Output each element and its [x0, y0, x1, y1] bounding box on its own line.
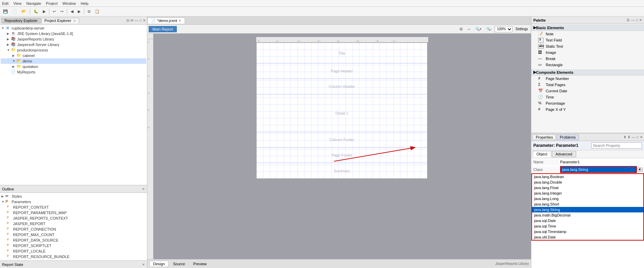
maximize-icon[interactable]: □: [139, 19, 141, 22]
outline-jasper-context[interactable]: P JASPER_REPORTS_CONTEXT: [1, 215, 146, 221]
class-selected-value[interactable]: java.lang.String: [560, 166, 637, 173]
tree-item-myreports[interactable]: 📄 MyReports: [1, 69, 146, 75]
option-sqldate[interactable]: java.sql.Date: [532, 218, 643, 223]
palette-time[interactable]: 🕐 Time: [531, 94, 644, 100]
toolbar-copy-btn[interactable]: ⧉: [86, 8, 92, 15]
menu-help[interactable]: Help: [80, 1, 88, 5]
properties-tab[interactable]: Properties: [533, 135, 556, 140]
close-icon[interactable]: ✕: [143, 19, 146, 22]
zoom-out-btn[interactable]: 🔍-: [485, 26, 493, 32]
report-state-close[interactable]: ✕: [142, 263, 145, 266]
toolbar-back-btn[interactable]: ◀: [69, 8, 75, 15]
option-utildate[interactable]: java.util.Date: [532, 234, 643, 240]
toolbar-run-btn[interactable]: ▶: [41, 8, 47, 15]
outline-report-conn[interactable]: P REPORT_CONNECTION: [1, 226, 146, 232]
tab-close-icon[interactable]: ✕: [178, 19, 181, 22]
canvas-area[interactable]: 0 ...1.... ...2.... ...3.... ...4.... ..…: [153, 34, 531, 259]
minimize-icon[interactable]: —: [135, 19, 138, 22]
props-minimize-icon[interactable]: —: [632, 135, 635, 139]
props-maximize-icon[interactable]: □: [636, 135, 639, 139]
outline-scriptlet[interactable]: P REPORT_SCRIPTLET: [1, 243, 146, 248]
menu-project[interactable]: Project: [46, 1, 58, 5]
option-long[interactable]: java.lang.Long: [532, 196, 643, 201]
tree-item-prodprocess[interactable]: ▼ 📁 productionprocess: [1, 47, 146, 53]
toolbar-paste-btn[interactable]: 📋: [93, 8, 101, 15]
advanced-subtab[interactable]: Advanced: [552, 151, 576, 157]
link-icon[interactable]: ⇌: [131, 19, 133, 22]
option-float[interactable]: java.lang.Float: [532, 185, 643, 190]
palette-statictext[interactable]: abc Static Text: [531, 43, 644, 49]
palette-total-pages[interactable]: Σ Total Pages: [531, 82, 644, 88]
outline-styles[interactable]: ▶ ✏ Styles: [1, 194, 146, 199]
option-sqltimestamp[interactable]: java.sql.Timestamp: [532, 229, 643, 234]
palette-page-number[interactable]: # Page Number: [531, 75, 644, 82]
composite-elements-header[interactable]: ▶ Composite Elements: [531, 69, 644, 75]
toolbar-undo-btn[interactable]: ↩: [51, 8, 58, 15]
settings-btn[interactable]: Settings: [514, 26, 530, 32]
outline-max-count[interactable]: P REPORT_MAX_COUNT: [1, 232, 146, 237]
fit-page-btn[interactable]: ⊡: [458, 26, 464, 32]
palette-maximize-icon[interactable]: □: [636, 18, 638, 22]
prop-name-input[interactable]: [560, 160, 643, 164]
fit-width-btn[interactable]: ↔: [466, 26, 472, 32]
palette-image[interactable]: 🖼 Image: [531, 49, 644, 56]
outline-jasper-report[interactable]: P JASPER_REPORT: [1, 221, 146, 226]
project-explorer-tab[interactable]: Project Explorer ✕: [41, 18, 79, 23]
outline-report-context[interactable]: P REPORT_CONTEXT: [1, 205, 146, 210]
menu-view[interactable]: View: [13, 1, 22, 5]
palette-current-date[interactable]: 📅 Current Date: [531, 88, 644, 94]
tree-item-jre[interactable]: ▶ ☕ JRE System Library [JavaSE-1.8]: [1, 31, 146, 36]
outline-resource-bundle[interactable]: P REPORT_RESOURCE_BUNDLE: [1, 254, 146, 259]
palette-rectangle[interactable]: ▭ Rectangle: [531, 62, 644, 68]
outline-parameters[interactable]: ▼ P Parameters: [1, 199, 146, 205]
outline-params-map[interactable]: P REPORT_PARAMETERS_MAP: [1, 210, 146, 215]
tree-item-quotation[interactable]: ▶ 📁 quotation: [1, 64, 146, 69]
zoom-select[interactable]: 100% 75% 50% 150%: [495, 26, 512, 32]
menu-edit[interactable]: Edit: [2, 1, 9, 5]
toolbar-debug-btn[interactable]: 🐛: [32, 8, 40, 15]
palette-break[interactable]: — Break: [531, 56, 644, 62]
main-report-button[interactable]: Main Report: [149, 26, 177, 32]
toolbar-redo-btn[interactable]: ↪: [59, 8, 65, 15]
tree-item-demo[interactable]: ▼ 📂 demo: [1, 58, 146, 64]
palette-percentage[interactable]: % Percentage: [531, 100, 644, 106]
outline-close-icon[interactable]: ✕: [142, 187, 145, 191]
palette-note[interactable]: 📝 Note: [531, 31, 644, 37]
palette-close-icon[interactable]: ✕: [639, 18, 642, 22]
preview-tab[interactable]: Preview: [189, 261, 210, 267]
menu-window[interactable]: Window: [62, 1, 76, 5]
tree-item-cabinet[interactable]: ▶ 📁 cabinet: [1, 53, 146, 58]
problems-tab[interactable]: Problems: [557, 135, 579, 140]
tree-item-jasperlib[interactable]: ▶ 📚 JasperReports Library: [1, 36, 146, 42]
design-tab[interactable]: Design: [149, 261, 169, 267]
zoom-in-btn[interactable]: 🔍+: [474, 26, 483, 32]
props-icon-1[interactable]: ⬆: [623, 135, 626, 139]
option-short[interactable]: java.lang.Short: [532, 201, 643, 207]
source-tab[interactable]: Source: [169, 261, 189, 267]
outline-data-source[interactable]: P REPORT_DATA_SOURCE: [1, 237, 146, 243]
basic-elements-header[interactable]: ▶ Basic Elements: [531, 25, 644, 31]
object-subtab[interactable]: Object: [533, 151, 551, 157]
toolbar-fwd-btn[interactable]: ▶: [76, 8, 82, 15]
option-sqltime[interactable]: java.sql.Time: [532, 223, 643, 229]
toolbar-new-btn[interactable]: 📄: [11, 8, 19, 15]
demo-jrxml-tab[interactable]: 📄 *demo.jrxml ✕: [147, 18, 185, 24]
props-close-icon[interactable]: ✕: [640, 135, 643, 139]
collapse-icon[interactable]: ⊟: [126, 19, 129, 22]
palette-textfield[interactable]: T Text Field: [531, 37, 644, 43]
option-boolean[interactable]: java.lang.Boolean: [532, 174, 643, 179]
toolbar-open-btn[interactable]: 📂: [20, 8, 28, 15]
palette-page-x-of-y[interactable]: # Page X of Y: [531, 106, 644, 113]
palette-minimize-icon[interactable]: —: [631, 18, 634, 22]
props-icon-2[interactable]: ⬇: [628, 135, 630, 139]
outline-locale[interactable]: P REPORT_LOCALE: [1, 248, 146, 254]
tree-item-serverlib[interactable]: ▶ 📚 Jaspersoft Server Library: [1, 42, 146, 47]
toolbar-save-btn[interactable]: 💾: [1, 8, 10, 15]
menu-navigate[interactable]: Navigate: [26, 1, 41, 5]
option-integer[interactable]: java.lang.Integer: [532, 190, 643, 196]
search-property-input[interactable]: [591, 142, 642, 149]
option-bigdecimal[interactable]: java.math.BigDecimal: [532, 212, 643, 218]
class-dropdown-arrow[interactable]: ▼: [637, 167, 643, 172]
palette-menu-icon[interactable]: ☰: [627, 18, 630, 22]
tree-item-server[interactable]: ▼ 🖥 cupboarderp-server: [1, 25, 146, 31]
